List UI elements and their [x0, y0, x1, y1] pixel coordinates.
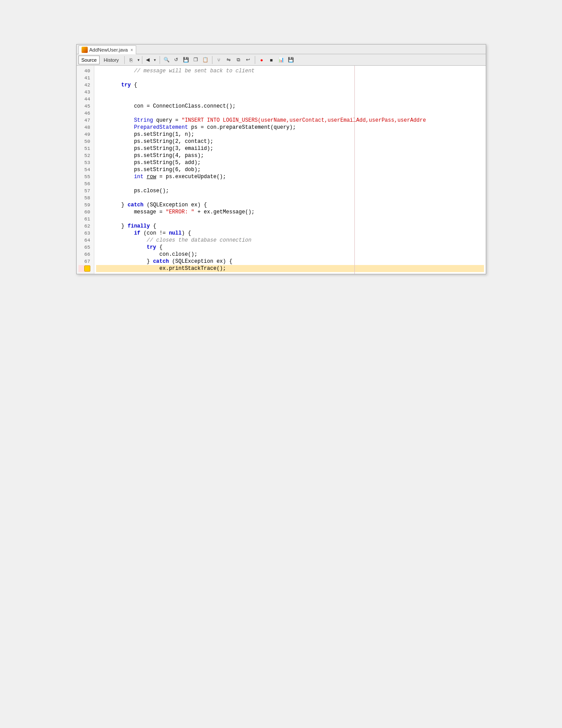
line-num-42: 42 [78, 82, 90, 89]
editor-body: 40 41 42 43 44 45 46 47 48 49 50 51 52 5… [77, 66, 486, 274]
code-line-62: } finally { [96, 223, 484, 230]
stop-button[interactable]: ■ [267, 56, 276, 64]
source-tab[interactable]: Source [78, 56, 100, 64]
code-line-56 [96, 180, 484, 187]
editor-tab[interactable]: AddNewUser.java × [78, 45, 136, 54]
code-line-67: } catch (SQLException ex) { [96, 258, 484, 265]
copy2-button[interactable]: ❐ [191, 56, 200, 64]
line-num-40: 40 [78, 67, 90, 75]
line-num-55: 55 [78, 173, 90, 180]
code-line-44 [96, 96, 484, 103]
line-num-57: 57 [78, 187, 90, 194]
revert-button[interactable]: ↩ [244, 56, 253, 64]
line-num-66: 66 [78, 251, 90, 258]
toolbar-separator-1 [124, 56, 125, 64]
save-button[interactable]: 💾 [182, 56, 190, 64]
patch-button[interactable]: ⧉ [234, 56, 243, 64]
toolbar-separator-4 [255, 56, 255, 64]
line-num-56: 56 [78, 180, 90, 187]
tab-bar: AddNewUser.java × [77, 45, 486, 54]
line-num-61: 61 [78, 216, 90, 223]
dropdown-button[interactable]: ▾ [137, 56, 141, 64]
toolbar-separator-3 [212, 56, 212, 64]
line-num-48: 48 [78, 124, 90, 131]
line-num-49: 49 [78, 131, 90, 138]
code-line-42: try { [96, 82, 484, 89]
code-line-52: ps.setString(4, pass); [96, 152, 484, 159]
line-num-50: 50 [78, 138, 90, 145]
separator-btn [142, 56, 142, 64]
code-line-64: // closes the database connection [96, 237, 484, 244]
line-num-65: 65 [78, 244, 90, 251]
line-num-67: 67 [78, 258, 90, 265]
line-num-63: 63 [78, 230, 90, 237]
line-num-41: 41 [78, 75, 90, 82]
line-num-62: 62 [78, 223, 90, 230]
code-line-40: // message will be sent back to client [96, 67, 484, 75]
code-line-68: ex.printStackTrace(); [96, 265, 484, 272]
tab-label: AddNewUser.java [89, 47, 128, 52]
code-line-57: ps.close(); [96, 187, 484, 194]
branch-button[interactable]: ⑂ [215, 56, 223, 64]
line-num-47: 47 [78, 117, 90, 124]
line-num-43: 43 [78, 89, 90, 96]
line-num-64: 64 [78, 237, 90, 244]
code-line-53: ps.setString(5, add); [96, 159, 484, 166]
dropdown2-button[interactable]: ▾ [153, 56, 157, 64]
line-num-51: 51 [78, 145, 90, 152]
paste-button[interactable]: 📋 [201, 56, 210, 64]
breakpoint-icon [84, 265, 90, 272]
code-line-63: if (con != null) { [96, 230, 484, 237]
code-line-60: message = "ERROR: " + ex.getMessage(); [96, 209, 484, 216]
save2-button[interactable]: 💾 [287, 56, 295, 64]
code-line-43 [96, 89, 484, 96]
code-line-45: con = ConnectionClass.connect(); [96, 103, 484, 110]
line-num-46: 46 [78, 110, 90, 117]
line-num-60: 60 [78, 209, 90, 216]
line-num-58: 58 [78, 194, 90, 202]
search-button[interactable]: 🔍 [162, 56, 171, 64]
editor-container: AddNewUser.java × Source History ⎘ ▾ ◀ ▾… [76, 44, 486, 274]
code-line-48: PreparedStatement ps = con.prepareStatem… [96, 124, 484, 131]
history-button[interactable]: ↺ [172, 56, 181, 64]
line-num-44: 44 [78, 96, 90, 103]
vertical-ruler [354, 66, 355, 274]
record-button[interactable]: ● [257, 56, 266, 64]
code-line-55: int row = ps.executeUpdate(); [96, 173, 484, 180]
copy-button[interactable]: ⎘ [127, 56, 136, 64]
code-line-58 [96, 194, 484, 202]
line-num-59: 59 [78, 202, 90, 209]
java-file-icon [82, 47, 88, 53]
code-line-54: ps.setString(6, dob); [96, 166, 484, 173]
code-line-61 [96, 216, 484, 223]
line-num-52: 52 [78, 152, 90, 159]
back-button[interactable]: ◀ [143, 56, 152, 64]
code-line-50: ps.setString(2, contact); [96, 138, 484, 145]
code-line-51: ps.setString(3, emailid); [96, 145, 484, 152]
line-num-54: 54 [78, 166, 90, 173]
code-line-66: con.close(); [96, 251, 484, 258]
code-line-47: String query = "INSERT INTO LOGIN_USERS(… [96, 117, 484, 124]
code-line-59: } catch (SQLException ex) { [96, 202, 484, 209]
line-num-45: 45 [78, 103, 90, 110]
tab-close-button[interactable]: × [130, 48, 133, 52]
code-line-41 [96, 75, 484, 82]
history-tab[interactable]: History [100, 56, 122, 64]
code-line-65: try { [96, 244, 484, 251]
merge-button[interactable]: ⇋ [224, 56, 233, 64]
export-button[interactable]: 📊 [277, 56, 286, 64]
line-numbers: 40 41 42 43 44 45 46 47 48 49 50 51 52 5… [77, 66, 94, 274]
line-num-53: 53 [78, 159, 90, 166]
toolbar: Source History ⎘ ▾ ◀ ▾ 🔍 ↺ 💾 ❐ 📋 ⑂ ⇋ ⧉ ↩… [77, 54, 486, 66]
code-line-46 [96, 110, 484, 117]
code-line-49: ps.setString(1, n); [96, 131, 484, 138]
line-num-68 [78, 265, 90, 272]
code-area[interactable]: // message will be sent back to client t… [94, 66, 486, 274]
toolbar-separator-2 [160, 56, 160, 64]
